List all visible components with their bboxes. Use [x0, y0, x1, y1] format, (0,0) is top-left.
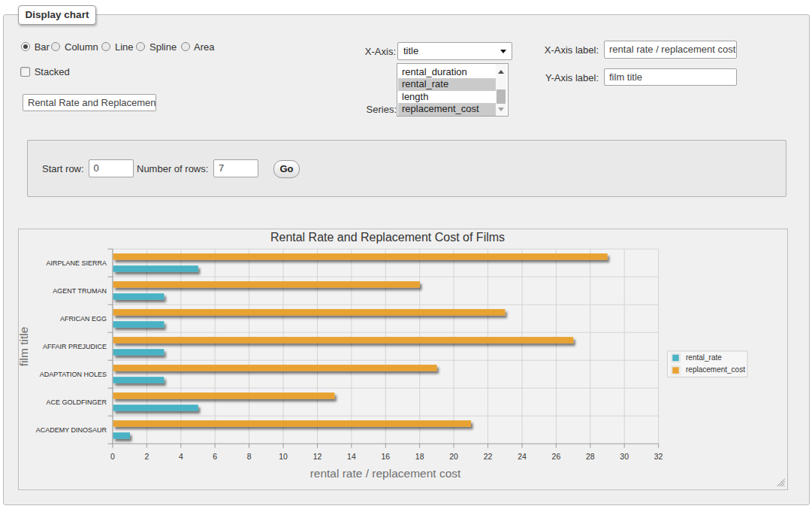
svg-text:rental_rate: rental_rate	[686, 353, 722, 362]
svg-text:ACE GOLDFINGER: ACE GOLDFINGER	[46, 398, 107, 406]
svg-text:14: 14	[347, 452, 356, 461]
svg-text:30: 30	[620, 452, 629, 461]
svg-text:6: 6	[213, 452, 217, 461]
svg-text:AFRICAN EGG: AFRICAN EGG	[60, 315, 107, 323]
svg-text:24: 24	[518, 452, 527, 461]
svg-text:AIRPLANE SIERRA: AIRPLANE SIERRA	[46, 259, 107, 267]
svg-text:32: 32	[654, 452, 663, 461]
svg-text:12: 12	[313, 452, 322, 461]
svg-text:replacement_cost: replacement_cost	[686, 365, 745, 374]
svg-text:AGENT TRUMAN: AGENT TRUMAN	[53, 287, 107, 295]
svg-text:AFFAIR PREJUDICE: AFFAIR PREJUDICE	[43, 343, 107, 350]
svg-text:Rental Rate and Replacement Co: Rental Rate and Replacement Cost of Film…	[270, 231, 505, 244]
svg-text:10: 10	[279, 452, 288, 461]
svg-text:4: 4	[179, 452, 183, 461]
svg-text:16: 16	[381, 452, 390, 461]
svg-text:film title: film title	[19, 327, 30, 367]
svg-text:28: 28	[586, 452, 595, 461]
svg-text:2: 2	[144, 452, 149, 461]
svg-text:22: 22	[484, 452, 493, 461]
svg-text:ADAPTATION HOLES: ADAPTATION HOLES	[40, 371, 107, 378]
svg-text:8: 8	[247, 452, 252, 461]
svg-text:26: 26	[552, 452, 561, 461]
svg-text:18: 18	[415, 452, 424, 461]
svg-text:20: 20	[449, 452, 458, 461]
svg-text:ACADEMY DINOSAUR: ACADEMY DINOSAUR	[36, 426, 107, 434]
svg-text:rental rate / replacement cos: rental rate / replacement cost	[310, 467, 461, 480]
svg-text:0: 0	[110, 452, 115, 461]
